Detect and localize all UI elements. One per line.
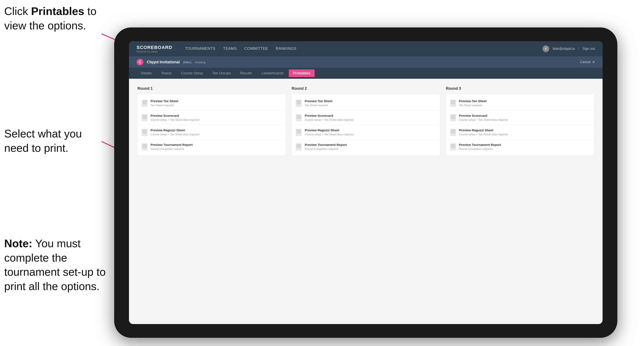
scoreboard-logo: SCOREBOARD Powered by clippd	[136, 45, 172, 53]
round-3-column: Round 3 Preview Tee Sheet Tee Sheet requ…	[446, 86, 594, 317]
tournament-info: C Clippd Invitational (Men) Hosting	[136, 59, 206, 65]
tee-sheet-text-r3: Preview Tee Sheet Tee Sheet required	[459, 99, 487, 107]
tournament-report-icon-r3	[450, 143, 456, 151]
user-avatar: B	[542, 45, 549, 52]
logo-sub: Powered by clippd	[136, 50, 172, 53]
scorecard-icon-r1	[142, 114, 148, 121]
round-2-tournament-report[interactable]: Preview Tournament Report Round Completi…	[292, 140, 440, 154]
tablet-screen: SCOREBOARD Powered by clippd TOURNAMENTS…	[129, 41, 602, 324]
cancel-x-icon: ✕	[592, 60, 595, 64]
round-2-tee-sheet[interactable]: Preview Tee Sheet Tee Sheet required	[292, 96, 440, 110]
round-1-raguzzi[interactable]: Preview Raguzzi Sheet Course setup + Tee…	[138, 125, 286, 140]
instruction-bottom: Note: You must complete the tournament s…	[4, 236, 106, 293]
round-1-scorecard[interactable]: Preview Scorecard Course setup + Tee She…	[138, 110, 286, 125]
top-nav: SCOREBOARD Powered by clippd TOURNAMENTS…	[129, 41, 602, 56]
round-2-raguzzi[interactable]: Preview Raguzzi Sheet Course setup + Tee…	[292, 125, 440, 140]
scorecard-icon-r3	[450, 114, 456, 121]
round-3-scorecard[interactable]: Preview Scorecard Course setup + Tee She…	[446, 110, 594, 125]
tab-details[interactable]: Details	[136, 69, 156, 77]
round-2-column: Round 2 Preview Tee Sheet Tee Sheet requ…	[292, 86, 440, 317]
scorecard-text-r3: Preview Scorecard Course setup + Tee She…	[459, 114, 508, 121]
tab-teams[interactable]: Teams	[157, 69, 176, 77]
tournament-report-text-r3: Preview Tournament Report Round Completi…	[459, 143, 501, 151]
tab-course-setup[interactable]: Course Setup	[177, 69, 207, 77]
round-1-title: Round 1	[138, 86, 286, 91]
nav-items: TOURNAMENTS TEAMS COMMITTEE RANKINGS	[185, 45, 534, 53]
scorecard-icon-r2	[296, 114, 302, 121]
raguzzi-icon-r3	[450, 129, 456, 136]
raguzzi-icon-r2	[296, 129, 302, 136]
tournament-name: Clippd Invitational	[147, 60, 180, 64]
tee-sheet-text-r2: Preview Tee Sheet Tee Sheet required	[305, 99, 332, 107]
rounds-grid: Round 1 Preview Tee Sheet Tee Sheet requ…	[138, 86, 594, 317]
tab-tee-groups[interactable]: Tee Groups	[208, 69, 235, 77]
tab-leaderboards[interactable]: Leaderboards	[257, 69, 288, 77]
tournament-logo: C	[136, 59, 143, 65]
raguzzi-text-r3: Preview Raguzzi Sheet Course setup + Tee…	[459, 128, 508, 136]
raguzzi-text-r2: Preview Raguzzi Sheet Course setup + Tee…	[305, 128, 354, 136]
nav-teams[interactable]: TEAMS	[223, 45, 237, 53]
round-3-items: Preview Tee Sheet Tee Sheet required Pre…	[446, 94, 594, 156]
tournament-report-text-r2: Preview Tournament Report Round Completi…	[305, 143, 347, 151]
round-2-title: Round 2	[292, 86, 440, 91]
tournament-report-icon-r1	[142, 143, 148, 151]
nav-rankings[interactable]: RANKINGS	[276, 45, 296, 53]
tournament-status: Hosting	[195, 60, 206, 64]
nav-separator: |	[578, 47, 579, 51]
scorecard-text-r1: Preview Scorecard Course setup + Tee She…	[150, 114, 199, 121]
round-3-raguzzi[interactable]: Preview Raguzzi Sheet Course setup + Tee…	[446, 125, 594, 140]
raguzzi-icon-r1	[142, 129, 148, 136]
tournament-tag: (Men)	[183, 60, 191, 64]
user-email: blair@clippd.io	[553, 47, 575, 51]
tournament-report-icon-r2	[296, 143, 302, 151]
sign-out-link[interactable]: Sign out	[582, 47, 595, 51]
tournament-report-text-r1: Preview Tournament Report Round Completi…	[150, 143, 192, 151]
printables-bold: Printables	[31, 5, 84, 17]
round-3-title: Round 3	[446, 86, 594, 91]
instruction-top: Click Printables to view the options.	[4, 4, 97, 33]
nav-right: B blair@clippd.io | Sign out	[542, 45, 595, 52]
round-2-items: Preview Tee Sheet Tee Sheet required Pre…	[292, 94, 440, 156]
tablet-frame: SCOREBOARD Powered by clippd TOURNAMENTS…	[114, 27, 617, 338]
tab-printables[interactable]: Printables	[289, 69, 314, 77]
tab-results[interactable]: Results	[236, 69, 256, 77]
raguzzi-text-r1: Preview Raguzzi Sheet Course setup + Tee…	[150, 128, 199, 136]
nav-committee[interactable]: COMMITTEE	[244, 45, 268, 53]
main-content: Round 1 Preview Tee Sheet Tee Sheet requ…	[129, 79, 602, 324]
nav-tournaments[interactable]: TOURNAMENTS	[185, 45, 216, 53]
round-2-scorecard[interactable]: Preview Scorecard Course setup + Tee She…	[292, 110, 440, 125]
instruction-mid: Select what you need to print.	[4, 127, 97, 155]
tee-sheet-icon-r1	[142, 100, 148, 107]
round-1-tee-sheet[interactable]: Preview Tee Sheet Tee Sheet required	[138, 96, 286, 110]
cancel-button[interactable]: Cancel ✕	[580, 60, 595, 64]
tee-sheet-icon-r3	[450, 100, 456, 107]
tournament-bar: C Clippd Invitational (Men) Hosting Canc…	[129, 56, 602, 68]
round-1-tournament-report[interactable]: Preview Tournament Report Round Completi…	[138, 140, 286, 154]
tee-sheet-text-r1: Preview Tee Sheet Tee Sheet required	[150, 99, 178, 107]
scorecard-text-r2: Preview Scorecard Course setup + Tee She…	[305, 114, 354, 121]
logo-main: SCOREBOARD	[136, 45, 172, 50]
round-3-tee-sheet[interactable]: Preview Tee Sheet Tee Sheet required	[446, 96, 594, 110]
round-1-items: Preview Tee Sheet Tee Sheet required Pre…	[138, 94, 286, 156]
tee-sheet-icon-r2	[296, 100, 302, 107]
note-bold: Note:	[4, 237, 32, 250]
round-3-tournament-report[interactable]: Preview Tournament Report Round Completi…	[446, 140, 594, 154]
round-1-column: Round 1 Preview Tee Sheet Tee Sheet requ…	[138, 86, 286, 317]
tab-bar: Details Teams Course Setup Tee Groups Re…	[129, 68, 602, 79]
